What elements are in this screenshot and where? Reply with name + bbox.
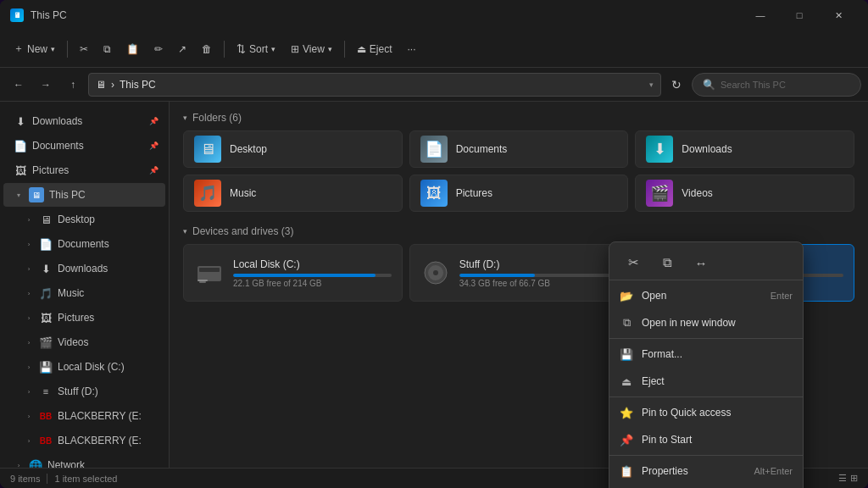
sort-button[interactable]: ⇅ Sort ▾ <box>230 36 282 63</box>
forward-button[interactable]: → <box>34 73 58 97</box>
sidebar-item-downloads-quick[interactable]: ⬇ Downloads 📌 <box>3 109 165 133</box>
sidebar-item-local-disk[interactable]: › 💾 Local Disk (C:) <box>3 355 165 379</box>
drive-d-icon <box>420 258 451 288</box>
share-button[interactable]: ↗ <box>171 36 193 63</box>
sidebar-item-stuff[interactable]: › ≡ Stuff (D:) <box>3 380 165 403</box>
ctx-properties-shortcut: Alt+Enter <box>754 466 793 476</box>
ctx-open-new-window-item[interactable]: ⧉ Open in new window <box>609 309 803 336</box>
music-folder-icon: 🎵 <box>194 180 221 207</box>
ctx-format-item[interactable]: 💾 Format... <box>609 341 803 368</box>
folder-desktop[interactable]: 🖥 Desktop <box>183 130 403 168</box>
expand-icon: › <box>24 435 34 446</box>
drive-d-info: Stuff (D:) 34.3 GB free of 66.7 GB <box>459 258 618 288</box>
path-text: › <box>111 79 114 91</box>
drives-section-header[interactable]: ▾ Devices and drives (3) <box>183 225 854 237</box>
more-button[interactable]: ··· <box>401 36 423 63</box>
desktop-icon: 🖥 <box>39 213 53 226</box>
eject-button[interactable]: ⏏ Eject <box>350 36 399 63</box>
sort-icon: ⇅ <box>236 42 246 55</box>
sidebar-item-pictures-quick[interactable]: 🖼 Pictures 📌 <box>3 158 165 182</box>
folder-downloads[interactable]: ⬇ Downloads <box>635 130 854 168</box>
drive-d[interactable]: Stuff (D:) 34.3 GB free of 66.7 GB <box>409 244 629 302</box>
folders-grid: 🖥 Desktop 📄 Documents ⬇ Downloads 🎵 Musi… <box>183 130 854 212</box>
sidebar-item-blackberry1[interactable]: › BB BLACKBERRY (E: <box>3 404 165 428</box>
ctx-eject-item[interactable]: ⏏ Eject <box>609 368 803 395</box>
expand-icon: › <box>24 214 34 225</box>
drive-c[interactable]: Local Disk (C:) 22.1 GB free of 214 GB <box>183 244 403 302</box>
folders-section-label: Folders (6) <box>192 112 242 124</box>
view-button[interactable]: ⊞ View ▾ <box>284 36 339 63</box>
ctx-pin-quick-label: Pin to Quick access <box>642 407 784 419</box>
delete-button[interactable]: 🗑 <box>195 36 219 63</box>
grid-view-icon[interactable]: ⊞ <box>850 473 858 484</box>
sidebar-item-music[interactable]: › 🎵 Music <box>3 281 165 305</box>
folder-name: Pictures <box>456 187 492 199</box>
paste-button[interactable]: 📋 <box>120 36 146 63</box>
folder-documents[interactable]: 📄 Documents <box>409 130 629 168</box>
sidebar-item-pictures[interactable]: › 🖼 Pictures <box>3 306 165 330</box>
refresh-button[interactable]: ↻ <box>665 73 688 97</box>
minimize-button[interactable]: — <box>741 0 780 30</box>
videos-icon: 🎬 <box>39 336 53 349</box>
maximize-button[interactable]: □ <box>780 0 819 30</box>
sidebar-item-blackberry2[interactable]: › BB BLACKBERRY (E: <box>3 429 165 452</box>
back-button[interactable]: ← <box>7 73 31 97</box>
ctx-copy-button[interactable]: ⧉ <box>654 249 681 276</box>
toolbar: ＋ New ▾ ✂ ⧉ 📋 ✏ ↗ 🗑 ⇅ Sort ▾ ⊞ <box>0 30 868 68</box>
close-button[interactable]: ✕ <box>819 0 858 30</box>
ctx-open-item[interactable]: 📂 Open Enter <box>609 282 803 309</box>
cut-button[interactable]: ✂ <box>73 36 95 63</box>
sidebar-item-network[interactable]: › 🌐 Network <box>3 453 165 468</box>
sidebar-item-label: Stuff (D:) <box>58 385 98 397</box>
folder-pictures[interactable]: 🖼 Pictures <box>409 175 629 212</box>
sidebar-item-label: Desktop <box>58 214 95 225</box>
status-sep <box>47 474 47 484</box>
open-new-window-icon: ⧉ <box>620 316 633 330</box>
address-input[interactable]: 🖥 › This PC ▾ <box>88 73 661 97</box>
pin-icon: 📌 <box>149 166 159 175</box>
drive-c-fill <box>233 274 376 277</box>
documents-folder-icon: 📄 <box>420 136 448 163</box>
svg-rect-2 <box>198 280 208 281</box>
local-disk-icon: 💾 <box>39 360 53 374</box>
ctx-pin-start-item[interactable]: 📌 Pin to Start <box>609 426 803 453</box>
copy-button[interactable]: ⧉ <box>97 36 118 63</box>
folder-name: Music <box>230 187 256 199</box>
new-button[interactable]: ＋ New ▾ <box>7 36 62 63</box>
ctx-open-new-window-label: Open in new window <box>642 317 784 329</box>
up-button[interactable]: ↑ <box>61 73 85 97</box>
sidebar-item-documents[interactable]: › 📄 Documents <box>3 232 165 256</box>
status-view-icons: ☰ ⊞ <box>838 473 858 484</box>
ctx-cut-button[interactable]: ✂ <box>620 249 647 276</box>
sidebar-item-desktop[interactable]: › 🖥 Desktop <box>3 208 165 231</box>
sidebar-item-downloads[interactable]: › ⬇ Downloads <box>3 257 165 280</box>
search-icon: 🔍 <box>703 79 715 91</box>
search-box[interactable]: 🔍 Search This PC <box>692 73 861 97</box>
ctx-properties-item[interactable]: 📋 Properties Alt+Enter <box>609 458 803 485</box>
ctx-paste-button[interactable]: ↔ <box>687 249 715 276</box>
ctx-more-options-item[interactable]: ⋯ Show more options Shift+F10 <box>609 485 803 488</box>
pictures-icon: 🖼 <box>39 311 53 324</box>
drive-d-name: Stuff (D:) <box>459 258 618 270</box>
folder-music[interactable]: 🎵 Music <box>183 175 403 212</box>
sidebar-item-label: Music <box>58 287 84 299</box>
sidebar-item-this-pc[interactable]: ▾ 🖥 This PC <box>3 183 165 207</box>
folders-section-header[interactable]: ▾ Folders (6) <box>183 112 854 124</box>
copy-icon: ⧉ <box>103 43 111 55</box>
list-view-icon[interactable]: ☰ <box>838 473 847 484</box>
expand-icon: › <box>24 239 34 249</box>
sidebar-item-documents-quick[interactable]: 📄 Documents 📌 <box>3 134 165 158</box>
rename-button[interactable]: ✏ <box>147 36 170 63</box>
path-icon: 🖥 <box>96 79 106 91</box>
sidebar-item-videos[interactable]: › 🎬 Videos <box>3 330 165 354</box>
svg-point-6 <box>433 270 438 275</box>
ctx-pin-quick-item[interactable]: ⭐ Pin to Quick access <box>609 399 803 426</box>
ctx-pin-start-label: Pin to Start <box>642 434 784 446</box>
folder-videos[interactable]: 🎬 Videos <box>635 175 854 212</box>
drive-d-space: 34.3 GB free of 66.7 GB <box>459 279 618 288</box>
ctx-sep-1 <box>609 338 803 339</box>
properties-icon: 📋 <box>620 464 633 478</box>
toolbar-sep-3 <box>344 41 345 58</box>
folder-name: Videos <box>682 187 712 199</box>
documents-icon: 📄 <box>39 237 53 251</box>
